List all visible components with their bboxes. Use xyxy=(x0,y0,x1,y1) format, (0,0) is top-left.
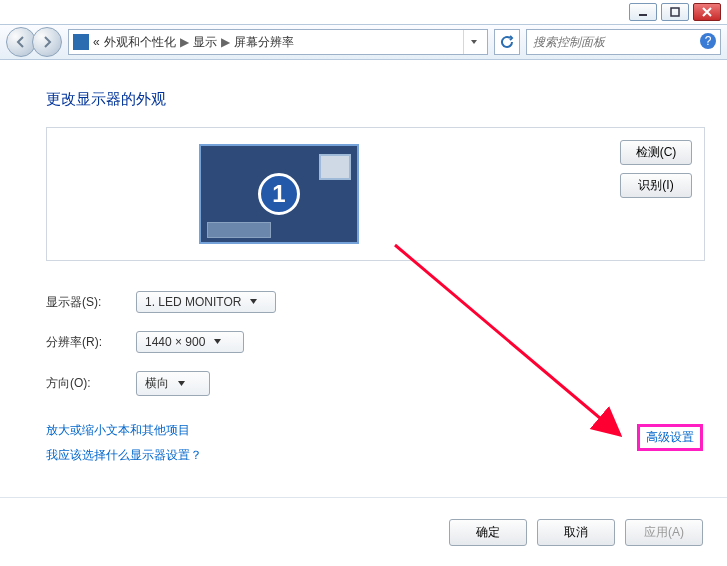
footer-buttons: 确定 取消 应用(A) xyxy=(449,519,703,546)
window-titlebar xyxy=(0,0,727,24)
resolution-label: 分辨率(R): xyxy=(46,334,136,351)
display-select-value: 1. LED MONITOR xyxy=(145,295,241,309)
monitor-preview[interactable]: 1 xyxy=(199,144,359,244)
identify-button[interactable]: 识别(I) xyxy=(620,173,692,198)
close-button[interactable] xyxy=(693,3,721,21)
breadcrumb-prefix: « xyxy=(93,35,100,49)
minimize-button[interactable] xyxy=(629,3,657,21)
breadcrumb-item[interactable]: 外观和个性化 xyxy=(104,34,176,51)
apply-button[interactable]: 应用(A) xyxy=(625,519,703,546)
svg-rect-1 xyxy=(671,8,679,16)
chevron-right-icon: ▶ xyxy=(221,35,230,49)
detect-button[interactable]: 检测(C) xyxy=(620,140,692,165)
navigation-bar: « 外观和个性化 ▶ 显示 ▶ 屏幕分辨率 xyxy=(0,24,727,60)
chevron-right-icon: ▶ xyxy=(180,35,189,49)
search-input[interactable] xyxy=(533,35,697,49)
orientation-label: 方向(O): xyxy=(46,375,136,392)
resolution-select-value: 1440 × 900 xyxy=(145,335,205,349)
address-dropdown[interactable] xyxy=(463,30,483,54)
display-select[interactable]: 1. LED MONITOR xyxy=(136,291,276,313)
monitor-number: 1 xyxy=(258,173,300,215)
forward-button[interactable] xyxy=(32,27,62,57)
search-box[interactable] xyxy=(526,29,721,55)
separator xyxy=(0,497,727,498)
orientation-select[interactable]: 横向 xyxy=(136,371,210,396)
control-panel-icon xyxy=(73,34,89,50)
resolution-select[interactable]: 1440 × 900 xyxy=(136,331,244,353)
help-icon[interactable]: ? xyxy=(699,32,717,50)
svg-text:?: ? xyxy=(705,34,712,48)
display-label: 显示器(S): xyxy=(46,294,136,311)
cancel-button[interactable]: 取消 xyxy=(537,519,615,546)
refresh-button[interactable] xyxy=(494,29,520,55)
orientation-select-value: 横向 xyxy=(145,375,169,392)
maximize-button[interactable] xyxy=(661,3,689,21)
secondary-monitor-icon xyxy=(319,154,351,180)
text-size-link[interactable]: 放大或缩小文本和其他项目 xyxy=(46,422,705,439)
breadcrumb-item[interactable]: 显示 xyxy=(193,34,217,51)
taskbar-icon xyxy=(207,222,271,238)
ok-button[interactable]: 确定 xyxy=(449,519,527,546)
chevron-down-icon xyxy=(177,377,186,391)
page-title: 更改显示器的外观 xyxy=(46,90,705,109)
breadcrumb-item[interactable]: 屏幕分辨率 xyxy=(234,34,294,51)
address-bar[interactable]: « 外观和个性化 ▶ 显示 ▶ 屏幕分辨率 xyxy=(68,29,488,55)
content-area: 更改显示器的外观 1 检测(C) 识别(I) 显示器(S): 1. LED MO… xyxy=(0,60,727,464)
chevron-down-icon xyxy=(249,295,258,309)
chevron-down-icon xyxy=(213,335,222,349)
advanced-settings-link[interactable]: 高级设置 xyxy=(637,424,703,451)
display-preview-box: 1 检测(C) 识别(I) xyxy=(46,127,705,261)
which-settings-link[interactable]: 我应该选择什么显示器设置？ xyxy=(46,447,705,464)
